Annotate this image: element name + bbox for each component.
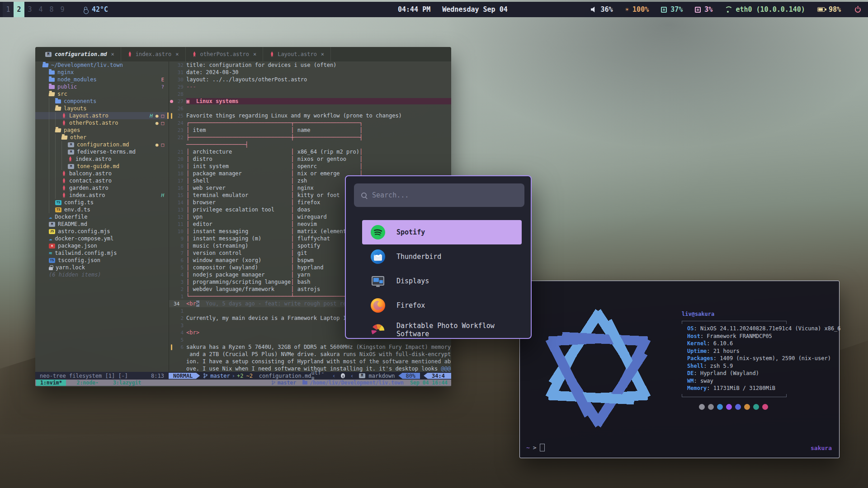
memory-module[interactable]: 3%: [695, 5, 712, 14]
workspaces: 123489: [3, 2, 68, 17]
gutter-sign: [169, 90, 174, 98]
tree-item-garden.astro[interactable]: garden.astro: [35, 184, 169, 192]
tmux-window-1-nvim-[interactable]: 1:nvim*: [36, 380, 66, 386]
tree-item-other[interactable]: other: [35, 134, 169, 141]
tree-item-configuration.md[interactable]: Mconfiguration.md●□: [35, 141, 169, 148]
tree-item-astro.config.mjs[interactable]: JSastro.config.mjs: [35, 228, 169, 235]
tree-item-index.astro[interactable]: index.astroH: [35, 192, 169, 199]
text-segment: │: [291, 199, 297, 206]
text-segment: webdev language/framework: [193, 286, 291, 292]
tree-item-tone-guide.md[interactable]: Mtone-guide.md: [35, 163, 169, 170]
text-segment: ┌───────────────────────────────┬───────…: [186, 120, 363, 126]
git-badge: ●: [156, 113, 159, 119]
tree-item-yarn.lock[interactable]: yarn.lock: [35, 264, 169, 271]
network-module[interactable]: eth0 (10.0.0.140): [725, 5, 805, 14]
tree-item-node-modules[interactable]: node_modulesE: [35, 76, 169, 83]
fetch-info-value: : 21 hours: [707, 348, 739, 354]
tree-item-package.json[interactable]: npackage.json: [35, 242, 169, 249]
fetch-info-row: OS: NixOS 24.11.20240828.71e91c4 (Vicuna…: [682, 325, 835, 333]
tab-configuration.md[interactable]: Mconfiguration.md×: [39, 47, 121, 61]
workspace-9[interactable]: 9: [57, 2, 68, 17]
gutter-sign: [169, 199, 174, 206]
launcher-item-spotify[interactable]: Spotify: [362, 220, 522, 244]
tab-label: configuration.md: [55, 51, 107, 57]
tab-close-icon[interactable]: ×: [111, 51, 114, 57]
line-number: 22: [174, 135, 184, 141]
workspace-2[interactable]: 2: [14, 2, 24, 17]
tree-item--6-hidden-items-[interactable]: (6 hidden items): [35, 271, 169, 278]
tree-item-config.ts[interactable]: TSconfig.ts: [35, 199, 169, 206]
text-segment: │: [186, 279, 193, 285]
npm-icon: n: [49, 244, 55, 249]
tree-item-layouts[interactable]: layouts: [35, 105, 169, 112]
launcher-search[interactable]: [354, 183, 524, 207]
tree-item-layout.astro[interactable]: Layout.astroH●□: [35, 112, 169, 119]
line-number: 6: [174, 258, 184, 263]
git-branch-icon: [203, 373, 208, 378]
workspace-3[interactable]: 3: [24, 2, 35, 17]
brightness-module[interactable]: ☀ 100%: [625, 5, 649, 14]
workspace-1[interactable]: 1: [3, 2, 14, 17]
shell-prompt[interactable]: ~ >: [526, 444, 545, 451]
workspace-8[interactable]: 8: [46, 2, 57, 17]
search-input[interactable]: [372, 191, 517, 199]
launcher-item-thunderbird[interactable]: Thunderbird: [362, 244, 522, 269]
gutter-sign: [169, 351, 174, 358]
text-segment: date: 2024-08-30: [186, 69, 239, 75]
fetch-info-value: : 1409 (nix-system), 2590 (nix-user): [713, 355, 831, 361]
tree-item-components[interactable]: components: [35, 98, 169, 105]
tmux-window-3-lazygit[interactable]: 3:lazygit: [109, 380, 145, 386]
tab-index.astro[interactable]: index.astro×: [121, 47, 186, 61]
tree-item-docker-compose.yml[interactable]: ☁docker-compose.yml: [35, 235, 169, 242]
tree-item-src[interactable]: src: [35, 90, 169, 98]
temperature-module[interactable]: 42°C: [84, 5, 108, 14]
tree-item-readme.md[interactable]: MREADME.md: [35, 221, 169, 228]
tab-otherPost.astro[interactable]: otherPost.astro×: [186, 47, 264, 61]
tree-item-balcony.astro[interactable]: balcony.astro: [35, 170, 169, 177]
tree-item-contact.astro[interactable]: contact.astro: [35, 177, 169, 184]
astro-file-icon: [269, 52, 274, 57]
clock[interactable]: 04:44 PM Wednesday Sep 04: [398, 2, 508, 17]
editor-line: 29---: [169, 83, 451, 90]
workspace-4[interactable]: 4: [35, 2, 46, 17]
tree-item-pages[interactable]: pages: [35, 127, 169, 134]
launcher-item-darktable-photo-workflow-software[interactable]: Darktable Photo Workflow Software: [362, 318, 522, 339]
tree-item-index.astro[interactable]: index.astro: [35, 155, 169, 163]
launcher-item-firefox[interactable]: Firefox: [362, 293, 522, 318]
cpu-module[interactable]: 37%: [661, 5, 683, 14]
tab-Layout.astro[interactable]: Layout.astro×: [263, 47, 331, 61]
text-segment: │: [291, 279, 297, 285]
tab-close-icon[interactable]: ×: [321, 51, 324, 57]
fetch-info-label: DE: [687, 370, 693, 376]
tab-close-icon[interactable]: ×: [253, 51, 256, 57]
tree-item--development-liv.town[interactable]: ~/Development/liv.town: [35, 61, 169, 69]
indent-guide: [55, 141, 61, 148]
tree-item-label: components: [64, 98, 96, 104]
text-segment: item: [193, 127, 291, 133]
tree-item-dockerfile[interactable]: ☁Dockerfile: [35, 213, 169, 221]
fetch-info-label: OS: [687, 325, 693, 332]
tree-item-tsconfig.json[interactable]: TStsconfig.json: [35, 257, 169, 264]
indent-guide: [42, 155, 49, 163]
line-text: and a 2TB (Crucial P5 Plus) NVMe drive. …: [186, 351, 451, 357]
tree-item-public[interactable]: public?: [35, 83, 169, 90]
volume-module[interactable]: 36%: [591, 5, 613, 14]
text-segment: │: [291, 286, 297, 292]
launcher-item-displays[interactable]: Displays: [362, 269, 522, 293]
git-badge: □: [161, 120, 164, 126]
git-status-badges: ?: [161, 84, 169, 90]
tmux-window-2-node-[interactable]: 2:node-: [72, 380, 102, 386]
text-segment: │: [291, 257, 297, 263]
tree-item-env.d.ts[interactable]: TSenv.d.ts: [35, 206, 169, 213]
line-text: │ terminal emulator │ kitty or foot │: [186, 192, 363, 198]
tree-item-nginx[interactable]: nginx: [35, 69, 169, 76]
git-branch-segment[interactable]: master: [203, 373, 230, 379]
tab-close-icon[interactable]: ×: [175, 51, 179, 57]
power-button[interactable]: [855, 7, 861, 13]
palette-color-7: [762, 404, 768, 410]
tree-item-tailwind.config.mjs[interactable]: ≈tailwind.config.mjs: [35, 249, 169, 257]
battery-module[interactable]: 98%: [817, 5, 841, 14]
tree-item-fediverse-terms.md[interactable]: Mfediverse-terms.md: [35, 148, 169, 155]
tree-item-label: yarn.lock: [56, 264, 85, 271]
tree-item-otherpost.astro[interactable]: otherPost.astro●□: [35, 119, 169, 127]
